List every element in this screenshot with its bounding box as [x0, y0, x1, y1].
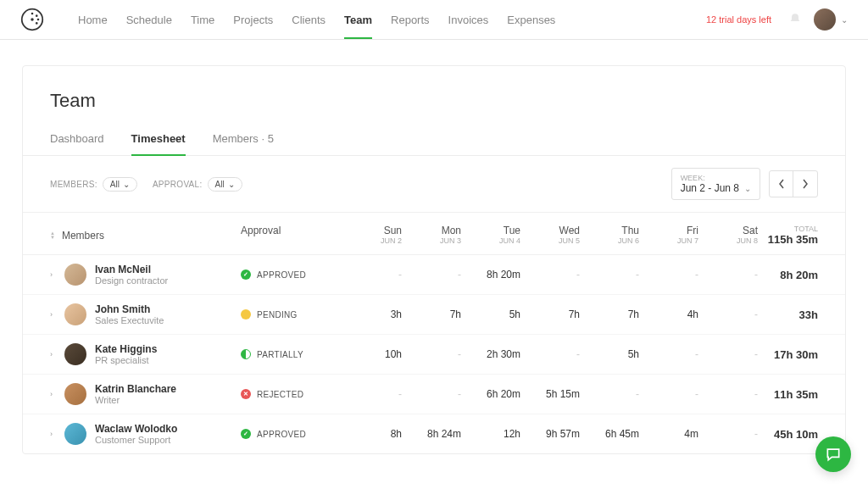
td-day-value: 6h 45m [580, 428, 639, 440]
td-day-value: - [342, 269, 402, 281]
svg-point-2 [31, 13, 34, 15]
approval-status-icon [241, 429, 251, 439]
td-day-value: - [639, 348, 698, 360]
chevron-down-icon: ⌄ [123, 180, 130, 189]
chevron-down-icon[interactable]: ⌄ [841, 15, 848, 25]
app-logo[interactable] [20, 8, 44, 31]
td-day-value: 7h [402, 308, 461, 320]
td-day-value: 9h 57m [520, 428, 580, 440]
nav-reports[interactable]: Reports [391, 1, 430, 39]
th-day-fri: FriJUN 7 [639, 225, 698, 246]
approval-status-text: REJECTED [257, 390, 303, 399]
filter-approval-label: APPROVAL: [153, 180, 203, 189]
expand-row-caret[interactable]: › [50, 430, 56, 438]
td-day-value: 5h [461, 308, 520, 320]
week-nav-buttons [769, 170, 818, 197]
td-day-value: - [639, 388, 698, 400]
nav-home[interactable]: Home [78, 1, 108, 39]
week-range-select[interactable]: WEEK: Jun 2 - Jun 8 ⌄ [671, 168, 760, 200]
nav-schedule[interactable]: Schedule [126, 1, 172, 39]
th-day-sat: SatJUN 8 [698, 225, 758, 246]
member-name[interactable]: Waclaw Wolodko [95, 423, 177, 435]
notification-bell-icon[interactable] [788, 13, 802, 26]
nav-invoices[interactable]: Invoices [448, 1, 489, 39]
member-name[interactable]: Katrin Blanchare [95, 383, 176, 395]
svg-point-5 [36, 22, 38, 25]
member-role: Sales Exectuvite [95, 315, 164, 325]
filters-bar: MEMBERS: All ⌄ APPROVAL: All ⌄ WEEK: Jun… [23, 156, 845, 213]
td-day-value: - [698, 428, 758, 440]
member-name[interactable]: John Smith [95, 303, 164, 315]
member-avatar[interactable] [64, 343, 86, 365]
nav-clients[interactable]: Clients [292, 1, 326, 39]
expand-row-caret[interactable]: › [50, 270, 56, 279]
td-approval: APPROVED [241, 270, 342, 280]
chevron-left-icon [778, 179, 785, 189]
member-avatar[interactable] [64, 303, 86, 325]
approval-status-icon [241, 349, 251, 359]
prev-week-button[interactable] [770, 171, 793, 197]
td-total: 33h [758, 308, 818, 321]
trial-days-left[interactable]: 12 trial days left [706, 14, 771, 25]
member-name[interactable]: Kate Higgins [95, 343, 157, 355]
filter-approval-select[interactable]: All ⌄ [208, 177, 242, 192]
member-avatar[interactable] [64, 383, 86, 405]
td-day-value: 8h [342, 428, 402, 440]
week-range: Jun 2 - Jun 8 [681, 182, 739, 194]
td-approval: APPROVED [241, 429, 342, 439]
nav-time[interactable]: Time [191, 1, 214, 39]
td-day-value: - [698, 269, 758, 281]
td-day-value: 4h [639, 308, 698, 320]
chevron-right-icon [802, 179, 809, 189]
td-day-value: 6h 20m [461, 388, 520, 400]
nav-expenses[interactable]: Expenses [507, 1, 555, 39]
next-week-button[interactable] [793, 171, 817, 197]
td-day-value: 4m [639, 428, 698, 440]
help-chat-button[interactable] [815, 436, 851, 472]
approval-status-text: APPROVED [257, 270, 306, 280]
tab-timesheet[interactable]: Timesheet [131, 125, 186, 155]
table-row: ›Waclaw WolodkoCustomer SupportAPPROVED8… [23, 414, 845, 453]
main-nav: HomeScheduleTimeProjectsClientsTeamRepor… [78, 1, 706, 39]
td-day-value: - [402, 269, 461, 281]
table-row: ›Kate HigginsPR specialistPARTIALLY10h-2… [23, 335, 845, 375]
td-day-value: 12h [461, 428, 520, 440]
table-row: ›Katrin BlanchareWriterREJECTED--6h 20m5… [23, 375, 845, 414]
td-day-value: 7h [580, 308, 639, 320]
filter-approval: APPROVAL: All ⌄ [153, 177, 242, 192]
td-total: 8h 20m [758, 269, 818, 281]
user-avatar[interactable] [814, 8, 836, 31]
member-avatar[interactable] [64, 264, 86, 286]
expand-row-caret[interactable]: › [50, 350, 56, 358]
member-info: John SmithSales Exectuvite [95, 303, 164, 325]
nav-team[interactable]: Team [344, 1, 372, 39]
table-row: ›John SmithSales ExectuvitePENDING3h7h5h… [23, 295, 845, 335]
week-label: WEEK: [681, 174, 751, 182]
td-day-value: - [402, 388, 461, 400]
th-day-wed: WedJUN 5 [520, 225, 580, 246]
td-day-value: 5h [580, 348, 639, 360]
nav-projects[interactable]: Projects [233, 1, 273, 39]
member-role: Design contractor [95, 275, 168, 286]
member-name[interactable]: Ivan McNeil [95, 264, 168, 275]
td-day-value: - [520, 269, 580, 281]
svg-point-3 [36, 14, 38, 17]
th-day-thu: ThuJUN 6 [580, 225, 639, 246]
svg-point-1 [31, 18, 34, 21]
td-member: ›Ivan McNeilDesign contractor [50, 264, 241, 286]
th-total: TOTAL 115h 35m [758, 225, 818, 246]
tab-dashboard[interactable]: Dashboard [50, 125, 104, 155]
expand-row-caret[interactable]: › [50, 390, 56, 398]
th-members[interactable]: ▲▼ Members [50, 225, 241, 246]
table-header-row: ▲▼ Members Approval SunJUN 2MonJUN 3TueJ… [23, 213, 845, 255]
filter-members-select[interactable]: All ⌄ [103, 177, 137, 192]
td-total: 11h 35m [758, 388, 818, 401]
td-day-value: 7h [520, 308, 580, 320]
tab-members[interactable]: Members · 5 [213, 125, 274, 155]
td-member: ›Katrin BlanchareWriter [50, 383, 241, 405]
td-member: ›John SmithSales Exectuvite [50, 303, 241, 325]
expand-row-caret[interactable]: › [50, 310, 56, 319]
member-avatar[interactable] [64, 423, 86, 445]
td-total: 17h 30m [758, 348, 818, 361]
page-title: Team [50, 90, 818, 112]
